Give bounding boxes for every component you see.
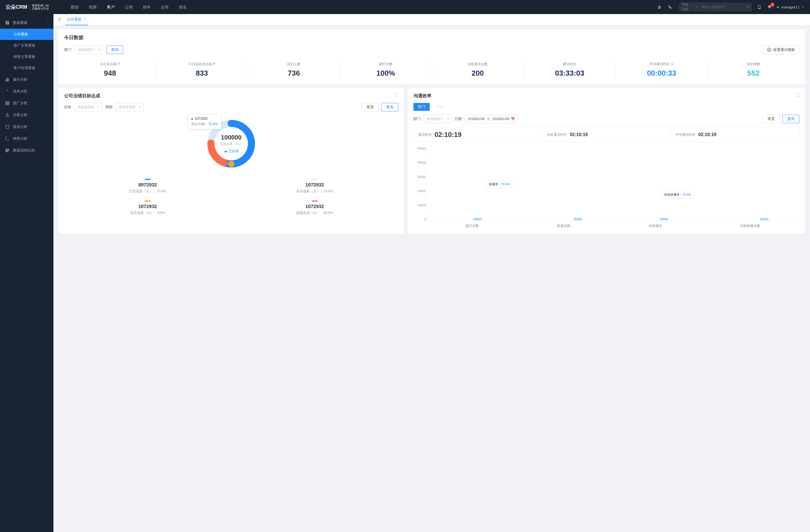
expand-icon[interactable]: ⛶ [796,93,799,97]
nav-item-6[interactable]: 报名 [174,0,192,14]
x-axis: 拨打次数接通次数有效通话有效接通次数 [426,223,799,228]
period-select[interactable]: 请选择周期 [115,103,143,111]
sidebar-icon [5,101,10,105]
sidebar-icon [5,124,10,129]
kpi-label: 今日首咨客户 [64,62,156,67]
eff-tabs: 部门 个人 [414,103,799,111]
sidebar-sub-0[interactable]: 公司看板 [0,29,53,40]
kpi-label: 今日有效首咨客户 [156,62,248,67]
sidebar-item-5[interactable]: 销售分析 [0,133,53,145]
reset-button[interactable]: 重置 [763,115,780,123]
query-button[interactable]: 查询 [382,103,398,111]
expand-icon[interactable]: ⛶ [394,93,398,97]
sidebar-item-0[interactable]: 漏斗分析 [0,74,53,85]
bar-chart: 50000400003000020000100000 接通率：70.9% 有效接… [414,147,799,228]
sidebar-sub-2[interactable]: 销售主管看板 [0,51,53,63]
kpi-row: 今日首咨客户948今日有效首咨客户833回访人数736拨打次数100%有效通话次… [64,61,799,79]
settings-button[interactable]: 设置显示指标 [763,45,799,54]
dept-select[interactable]: 请选择部门 [424,115,452,123]
kpi-item: 今日有效首咨客户833 [156,61,248,79]
kpi-label: 成交单数 [708,62,799,67]
status-dot [777,6,779,8]
query-button[interactable]: 查询 [106,46,123,54]
kpi-item: 有效通话次数200 [432,61,524,79]
nav-item-4[interactable]: 财务 [138,0,156,14]
sidebar-icon [5,89,10,94]
sidebar-item-6[interactable]: 数据流转记录 [0,145,53,156]
top-nav: 数据线索客户公海财务运营报名 [66,0,657,14]
performance-card: ⛶ 公司业绩目标达成 目标 请选择目标 周期 请选择周期 重置 查询 10729… [59,88,404,233]
sidebar-group-dashboard[interactable]: 数据看板 ˄ [0,17,53,29]
kpi-value: 736 [248,69,340,78]
kpi-label: 拨打次数 [340,62,432,67]
nav-item-5[interactable]: 运营 [156,0,174,14]
query-button[interactable]: 查询 [782,115,799,123]
perf-filters: 目标 请选择目标 周期 请选择周期 重置 查询 [64,103,398,111]
reset-button[interactable]: 重置 [362,103,378,111]
sidebar-item-2[interactable]: 推广分析 [0,97,53,109]
logo[interactable]: 云朵CRM 教育机构一站 式服务云平台 [6,4,49,11]
add-user-icon[interactable] [657,4,662,10]
header-right: 手机号码 ▼ 5 manager11 ▼ [679,2,804,12]
efficiency-card: ⛶ 沟通效率 部门 个人 部门 请选择部门 日期 2018/01/08 至 20… [408,88,805,233]
kpi-label: 回访人数 [248,62,340,67]
nav-item-0[interactable]: 数据 [66,0,84,14]
tab-bar: ☰ 公司看板 ✕ [53,14,810,25]
anno-valid-rate: 有效接通率：70.9% [662,191,694,198]
search-input[interactable] [698,5,746,9]
sidebar-item-4[interactable]: 渠道分析 [0,121,53,133]
help-icon[interactable]: ⓘ [671,62,674,66]
close-icon[interactable]: ✕ [84,17,86,21]
menu-toggle-icon[interactable]: ☰ [58,17,61,22]
svg-point-3 [228,161,234,167]
sidebar-sub-3[interactable]: 客户经理看板 [0,63,53,74]
eff-title: 沟通效率 [414,93,799,99]
sidebar-sub-1[interactable]: 推广主管看板 [0,40,53,51]
sidebar-item-3[interactable]: 访客分析 [0,109,53,121]
eff-item: 平均通话时长02:10:19 [671,127,799,142]
dept-select[interactable]: 请选择部门 [75,46,103,54]
kpi-label: 通话时长 [524,62,615,67]
tab-person[interactable]: 个人 [432,103,448,111]
dashboard-icon [5,20,10,25]
perf-title: 公司业绩目标达成 [64,93,398,99]
tab-company-board[interactable]: 公司看板 ✕ [65,14,88,25]
date-range[interactable]: 2018/01/08 至 2018/01/08 📅 [465,115,518,123]
eff-item: 有效通话时长02:10:19 [542,127,671,142]
notif-badge: 5 [770,2,775,7]
search-icon[interactable] [746,5,749,9]
user-menu[interactable]: manager11 ▼ [777,5,804,9]
anno-connect-rate: 接通率：70.9% [486,181,513,188]
gear-icon [767,48,772,52]
kpi-value: 200 [432,69,524,78]
kpi-value: 00:00:33 [616,69,707,78]
sidebar-icon [5,148,10,153]
legend-item: 1072932超额完成（元）89.9% [231,200,398,215]
eff-filters: 部门 请选择部门 日期 2018/01/08 至 2018/01/08 📅 重置… [414,115,799,123]
kpi-label: 有效通话次数 [432,62,524,67]
nav-item-2[interactable]: 客户 [102,0,120,14]
chevron-up-icon: ˄ [47,21,48,24]
today-panel: 今日数据 部门 请选择部门 查询 设置显示指标 今日首咨客户948今日有效首咨客… [59,29,805,84]
nav-item-1[interactable]: 线索 [84,0,102,14]
phone-icon[interactable] [668,4,673,10]
target-select[interactable]: 请选择目标 [74,103,102,111]
sidebar-icon [5,136,10,141]
eff-item: 通话时长02:10:19 [414,127,542,142]
today-title: 今日数据 [64,34,799,41]
y-axis: 50000400003000020000100000 [414,147,426,221]
bell-icon[interactable]: 5 [767,4,772,10]
nav-item-3[interactable]: 公海 [120,0,138,14]
search-filter[interactable]: 手机号码 [682,2,695,12]
kpi-value: 948 [64,69,156,78]
search-box[interactable]: 手机号码 ▼ [679,2,752,12]
mobile-icon[interactable] [757,4,762,10]
eff-summary: 通话时长02:10:19有效通话时长02:10:19平均通话时长02:10:19 [414,127,799,142]
logo-text: 云朵CRM [6,4,27,11]
main: ☰ 公司看板 ✕ 今日数据 部门 请选择部门 查询 设置显示指标 今日首咨客户9… [53,14,810,532]
kpi-value: 100% [340,69,432,78]
thumb-icon [224,150,227,153]
tab-dept[interactable]: 部门 [414,103,430,111]
sidebar-item-1[interactable]: 成本分析 [0,85,53,97]
achieved-badge: 已达成 [220,149,242,153]
